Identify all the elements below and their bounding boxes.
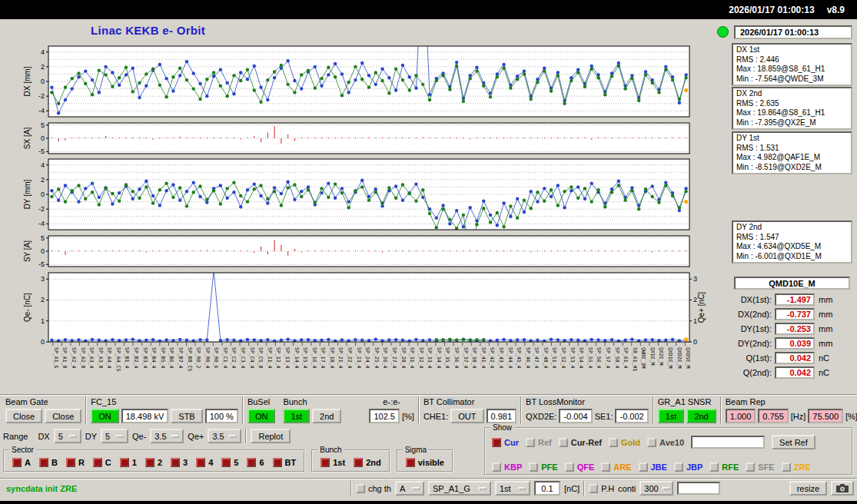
sector-a-checkbox[interactable]: [12, 458, 22, 467]
chg-th-checkbox[interactable]: [356, 484, 365, 493]
orbit-plots: 420-2-4DX [mm]50-5SX [A]420-2-4DY [mm]50…: [0, 19, 711, 397]
bunch-1st-button[interactable]: 1st: [283, 409, 310, 423]
orbit-charts-svg: 420-2-4DX [mm]50-5SX [A]420-2-4DY [mm]50…: [0, 19, 711, 397]
sector-bt-checkbox[interactable]: [273, 458, 282, 467]
bunch-sel-select[interactable]: 1st: [495, 481, 530, 496]
beam-gate-close-2-button[interactable]: Close: [45, 409, 81, 423]
snapshot-button[interactable]: [831, 481, 854, 496]
status-indicator: [717, 26, 729, 38]
sector-5-checkbox[interactable]: [221, 458, 231, 467]
show-sfe-item: SFE: [746, 463, 774, 472]
sector-6-checkbox[interactable]: [247, 458, 256, 467]
monitor-label: DX(1st):: [732, 295, 775, 304]
ee-ratio-display: 102.5: [369, 409, 400, 423]
show-ref-item: Ref: [526, 438, 552, 447]
bunch-2nd-checkbox[interactable]: [354, 458, 363, 467]
show-jbe-checkbox[interactable]: [639, 463, 648, 472]
svg-text:SP_53_4: SP_53_4: [570, 347, 576, 368]
chg-th-label: chg th: [368, 484, 391, 493]
sector-4-checkbox[interactable]: [196, 458, 205, 467]
svg-text:SP_B5_4: SP_B5_4: [160, 347, 166, 368]
beam-rep-pct-unit: [%]: [845, 412, 857, 421]
sector-2-checkbox[interactable]: [145, 458, 154, 467]
svg-text:SP_A4_C5: SP_A4_C5: [115, 347, 121, 371]
beam-rep-label: Beam Rep: [726, 397, 857, 407]
sector-a-item: A: [12, 458, 31, 467]
range-qem-select[interactable]: 3.5: [150, 429, 184, 443]
gr-snsr-1st-button[interactable]: 1st: [658, 409, 685, 423]
sector-c-label: C: [105, 458, 111, 467]
show-ave10-checkbox[interactable]: [647, 438, 656, 447]
mode-select[interactable]: A: [395, 481, 424, 496]
replot-button[interactable]: Replot: [251, 429, 291, 443]
set-ref-button[interactable]: Set Ref: [772, 435, 815, 449]
show-qfe-checkbox[interactable]: [565, 463, 574, 472]
show-ref-checkbox[interactable]: [526, 438, 535, 447]
sector-group: Sector A B R C 1 2 3 4 5 6 BT: [3, 449, 305, 472]
interval-select[interactable]: 300: [639, 481, 673, 496]
svg-text:SP_12_4: SP_12_4: [275, 347, 281, 368]
show-kbp-checkbox[interactable]: [492, 463, 501, 472]
ref-name-input[interactable]: [691, 436, 765, 449]
svg-text:0: 0: [693, 338, 697, 346]
window-bottom-edge: [0, 501, 857, 504]
show-cur-ref-checkbox[interactable]: [559, 438, 568, 447]
svg-text:SP_46_4: SP_46_4: [525, 347, 531, 368]
show-jbe-item: JBE: [639, 463, 667, 472]
show-are-label: ARE: [613, 463, 631, 472]
sigma-visible-checkbox[interactable]: [406, 458, 415, 467]
fc15-stb-button[interactable]: STB: [171, 409, 202, 423]
svg-text:0: 0: [41, 134, 45, 142]
gr-snsr-2nd-button[interactable]: 2nd: [686, 409, 716, 423]
sector-6-item: 6: [247, 458, 264, 467]
control-row-1: Beam Gate Close Close FC_15 ON 18.498 kV…: [2, 396, 857, 424]
svg-text:SP_58_4: SP_58_4: [614, 347, 620, 368]
show-cur-item: Cur: [492, 438, 519, 447]
bottom-input[interactable]: [677, 482, 720, 495]
busel-on-button[interactable]: ON: [247, 409, 276, 423]
sp-select[interactable]: SP_A1_G: [428, 481, 491, 496]
beam-gate-close-1-button[interactable]: Close: [5, 409, 42, 423]
resize-button[interactable]: resize: [789, 481, 827, 496]
range-dx-select[interactable]: 5: [54, 429, 81, 443]
range-qem-value: 3.5: [154, 432, 166, 441]
stat-rms: RMS : 2.446: [736, 55, 848, 65]
sector-1-checkbox[interactable]: [120, 458, 129, 467]
monitor-value: 0.042: [775, 366, 815, 379]
show-pfe-checkbox[interactable]: [529, 463, 538, 472]
svg-text:SP_41_4: SP_41_4: [480, 347, 487, 368]
sector-1-item: 1: [120, 458, 137, 467]
bunch-1st-checkbox[interactable]: [321, 458, 330, 467]
monitor-value: 0.039: [775, 337, 815, 350]
show-jbp-checkbox[interactable]: [674, 463, 683, 472]
show-are-checkbox[interactable]: [601, 463, 610, 472]
show-sfe-checkbox[interactable]: [746, 463, 755, 472]
show-gold-checkbox[interactable]: [609, 438, 618, 447]
range-dy-select[interactable]: 5: [101, 429, 128, 443]
svg-text:SX [A]: SX [A]: [23, 128, 32, 150]
sector-1-label: 1: [132, 458, 137, 467]
sector-3-checkbox[interactable]: [171, 458, 180, 467]
range-qep-select[interactable]: 3.5: [208, 429, 241, 443]
sector-c-checkbox[interactable]: [93, 458, 102, 467]
svg-text:SP_A4_4: SP_A4_4: [106, 347, 112, 368]
stat-min: Min : -8.519@QXD2E_M: [736, 163, 848, 173]
show-zre-checkbox[interactable]: [782, 463, 791, 472]
monitor-title: QMD10E_M: [734, 277, 850, 290]
qxd2e-label: QXD2E:: [526, 412, 556, 421]
che1-out-button[interactable]: OUT: [450, 409, 483, 423]
sector-b-checkbox[interactable]: [39, 458, 48, 467]
bt-collimator-group: BT Collimator CHE1: OUT 0.981: [420, 396, 520, 424]
ph-checkbox[interactable]: [589, 484, 598, 493]
svg-text:SP_B8_C5: SP_B8_C5: [187, 347, 193, 371]
monitor-label: DY(1st):: [732, 324, 775, 333]
svg-text:-4: -4: [38, 107, 45, 114]
show-kbp-label: KBP: [504, 463, 522, 472]
fc15-on-button[interactable]: ON: [91, 409, 119, 423]
sector-r-checkbox[interactable]: [66, 458, 75, 467]
bunch-1st-item: 1st: [321, 458, 345, 467]
svg-text:SP_17_4: SP_17_4: [320, 347, 326, 368]
bunch-2nd-button[interactable]: 2nd: [312, 409, 341, 423]
show-rfe-checkbox[interactable]: [709, 463, 719, 472]
show-cur-checkbox[interactable]: [492, 438, 501, 447]
